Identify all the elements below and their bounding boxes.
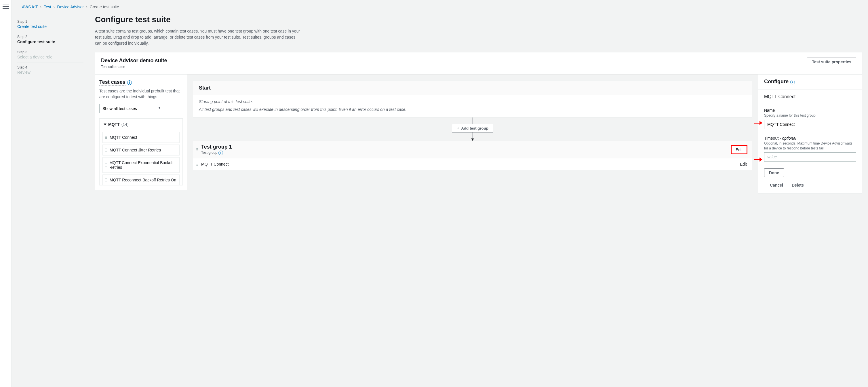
start-line2: All test groups and test cases will exec… <box>199 107 746 113</box>
add-test-group-button[interactable]: + Add test group <box>452 124 493 132</box>
category-count: (14) <box>121 122 129 127</box>
suite-name-sub: Test suite name <box>101 65 167 69</box>
start-line1: Starting point of this test suite. <box>199 99 746 105</box>
add-test-group-label: Add test group <box>461 126 488 130</box>
category-name: MQTT <box>108 122 120 127</box>
cancel-button[interactable]: Cancel <box>770 183 783 187</box>
test-case-item[interactable]: MQTT Connect Exponential Backoff Retries <box>102 157 180 173</box>
start-panel: Start Starting point of this test suite.… <box>193 81 752 117</box>
arrow-down-icon <box>471 139 474 141</box>
suite-name: Device Advisor demo suite <box>101 58 167 64</box>
test-case-category: MQTT (14) MQTT Connect MQTT Connect Jitt <box>99 118 183 185</box>
info-icon[interactable]: i <box>218 151 223 155</box>
test-case-item[interactable]: MQTT Reconnect Backoff Retries On <box>102 175 180 185</box>
test-group-panel: Test group 1 Test group i Edit <box>193 141 752 170</box>
breadcrumb: AWS IoT › Test › Device Advisor › Create… <box>22 5 862 9</box>
step4-num: Step 4 <box>17 65 84 69</box>
drag-handle-icon[interactable] <box>105 149 107 151</box>
breadcrumb-aws-iot[interactable]: AWS IoT <box>22 5 38 9</box>
page-description: A test suite contains test groups, which… <box>95 28 302 47</box>
annotation-arrow-icon <box>754 121 763 125</box>
drag-handle-icon[interactable] <box>196 163 198 166</box>
edit-test-group-button[interactable]: Edit <box>731 145 747 154</box>
test-cases-panel: Test cases i Test cases are the individu… <box>95 74 187 190</box>
step4-link: Review <box>17 70 84 75</box>
info-icon[interactable]: i <box>790 80 795 84</box>
done-button[interactable]: Done <box>764 169 784 177</box>
test-group-title: Test group 1 <box>201 144 728 150</box>
delete-button[interactable]: Delete <box>792 183 804 187</box>
drag-handle-icon[interactable] <box>105 163 107 167</box>
wizard-steps: Step 1 Create test suite Step 2 Configur… <box>17 13 84 194</box>
plus-icon: + <box>457 126 459 130</box>
timeout-hint: Optional, in seconds. Maximum time Devic… <box>764 141 856 151</box>
group-test-case-name: MQTT Connect <box>201 162 737 167</box>
step1-num: Step 1 <box>17 20 84 24</box>
test-case-label: MQTT Connect Exponential Backoff Retries <box>110 160 177 170</box>
category-toggle-mqtt[interactable]: MQTT (14) <box>100 119 183 130</box>
configure-heading: Configure <box>764 79 788 85</box>
test-case-item[interactable]: MQTT Connect <box>102 132 180 143</box>
name-label: Name <box>764 108 856 113</box>
chevron-right-icon: › <box>54 5 55 9</box>
breadcrumb-current: Create test suite <box>90 5 119 9</box>
hamburger-menu[interactable] <box>3 3 9 10</box>
flow-connector: + Add test group <box>193 117 752 141</box>
timeout-input[interactable] <box>764 152 856 161</box>
drag-handle-icon[interactable] <box>105 136 107 139</box>
group-test-case-row: MQTT Connect Edit <box>193 158 752 170</box>
suite-header-panel: Device Advisor demo suite Test suite nam… <box>95 52 862 74</box>
drag-handle-icon[interactable] <box>196 148 198 151</box>
test-cases-heading: Test cases <box>99 79 125 86</box>
caret-down-icon <box>103 123 106 125</box>
chevron-right-icon: › <box>40 5 42 9</box>
test-case-label: MQTT Reconnect Backoff Retries On <box>110 178 176 182</box>
annotation-arrow-icon <box>754 157 763 161</box>
drag-handle-icon[interactable] <box>105 179 107 181</box>
info-icon[interactable]: i <box>127 80 132 85</box>
configure-subject: MQTT Connect <box>764 94 856 99</box>
test-case-label: MQTT Connect Jitter Retries <box>110 148 161 152</box>
step3-link: Select a device role <box>17 55 84 59</box>
test-suite-properties-button[interactable]: Test suite properties <box>807 58 856 66</box>
start-heading: Start <box>193 81 752 95</box>
test-group-sub: Test group <box>201 151 217 155</box>
timeout-label: Timeout - optional <box>764 136 856 141</box>
test-case-item[interactable]: MQTT Connect Jitter Retries <box>102 145 180 155</box>
name-hint: Specify a name for this test group. <box>764 113 856 118</box>
step1-link[interactable]: Create test suite <box>17 24 84 29</box>
test-case-label: MQTT Connect <box>110 135 137 140</box>
breadcrumb-device-advisor[interactable]: Device Advisor <box>57 5 84 9</box>
step3-num: Step 3 <box>17 50 84 54</box>
name-input[interactable] <box>764 120 856 129</box>
breadcrumb-test[interactable]: Test <box>44 5 51 9</box>
step2-current: Configure test suite <box>17 39 84 44</box>
test-cases-filter-select[interactable]: Show all test cases <box>99 104 164 113</box>
test-cases-desc: Test cases are the individual prebuilt t… <box>99 88 183 100</box>
step2-num: Step 2 <box>17 35 84 39</box>
chevron-right-icon: › <box>86 5 88 9</box>
configure-panel: Configure i MQTT Connect Name <box>758 74 862 194</box>
edit-test-case-button[interactable]: Edit <box>740 162 747 167</box>
page-title: Configure test suite <box>95 15 862 24</box>
